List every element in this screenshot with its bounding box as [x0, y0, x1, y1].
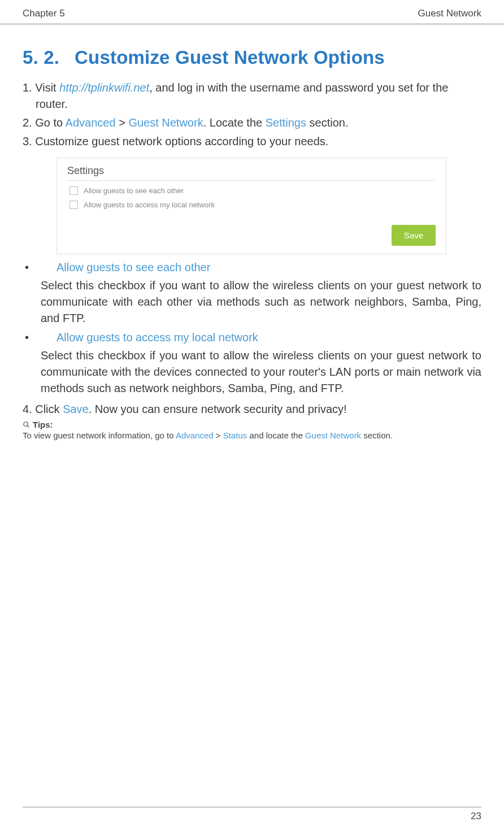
step-4-save: Save [63, 403, 89, 415]
page-content: 5. 2.Customize Guest Network Options 1. … [0, 47, 504, 440]
pin-icon [21, 419, 32, 431]
step-2-mid: . Locate the [203, 116, 266, 129]
option-1-title: Allow guests to see each other [57, 261, 210, 273]
step-1-link[interactable]: http://tplinkwifi.net [59, 81, 149, 94]
tips-label: Tips: [33, 420, 53, 429]
panel-option-2: Allow guests to access my local network [69, 201, 436, 209]
option-1-description: Select this checkbox if you want to allo… [23, 277, 481, 327]
bullet-option-2: •Allow guests to access my local network [23, 331, 481, 344]
settings-panel-screenshot: Settings Allow guests to see each other … [57, 158, 446, 254]
chapter-label: Chapter 5 [23, 8, 65, 19]
step-4-suffix: . Now you can ensure network security an… [89, 403, 347, 415]
step-4-prefix: 4. Click [23, 403, 63, 415]
tips-suffix: section. [361, 431, 393, 440]
step-4: 4. Click Save. Now you can ensure networ… [23, 401, 481, 418]
step-2-prefix: 2. Go to [23, 116, 66, 129]
tips-gt: > [214, 431, 223, 440]
tips-header: Tips: [23, 420, 481, 429]
panel-divider [67, 180, 436, 181]
bullet-option-1: •Allow guests to see each other [23, 261, 481, 274]
option-2-description: Select this checkbox if you want to allo… [23, 347, 481, 397]
tips-guest-network: Guest Network [305, 431, 361, 440]
checkbox-access-local-network[interactable] [69, 201, 78, 209]
tips-mid: and locate the [247, 431, 305, 440]
step-2-guest-network: Guest Network [128, 116, 203, 129]
panel-title: Settings [67, 165, 436, 177]
page-number: 23 [23, 807, 481, 822]
step-2: 2. Go to Advanced > Guest Network. Locat… [23, 115, 481, 131]
step-3: 3. Customize guest network options accor… [23, 133, 481, 150]
section-number: 5. 2. [23, 47, 75, 68]
step-1: 1. Visit http://tplinkwifi.net, and log … [23, 80, 481, 112]
step-2-gt: > [116, 116, 129, 129]
checkbox-see-each-other[interactable] [69, 186, 78, 195]
step-2-advanced: Advanced [66, 116, 116, 129]
step-1-prefix: 1. Visit [23, 81, 59, 94]
tips-status: Status [223, 431, 247, 440]
bullet-dot-2: • [41, 331, 57, 344]
tips-text: To view guest network information, go to… [23, 431, 481, 440]
panel-option-1-label: Allow guests to see each other [84, 186, 184, 195]
option-2-title: Allow guests to access my local network [57, 331, 258, 344]
save-button[interactable]: Save [392, 225, 436, 246]
svg-line-1 [27, 425, 29, 427]
section-title: Customize Guest Network Options [75, 47, 385, 68]
tips-prefix: To view guest network information, go to [23, 431, 176, 440]
section-heading: 5. 2.Customize Guest Network Options [23, 47, 481, 68]
bullet-dot-1: • [41, 261, 57, 274]
step-2-suffix: section. [306, 116, 348, 129]
panel-save-row: Save [67, 225, 436, 246]
step-2-settings: Settings [266, 116, 306, 129]
panel-option-1: Allow guests to see each other [69, 186, 436, 195]
page-header: Chapter 5 Guest Network [0, 0, 504, 24]
section-label: Guest Network [418, 8, 481, 19]
panel-option-2-label: Allow guests to access my local network [84, 201, 215, 209]
tips-advanced: Advanced [176, 431, 214, 440]
